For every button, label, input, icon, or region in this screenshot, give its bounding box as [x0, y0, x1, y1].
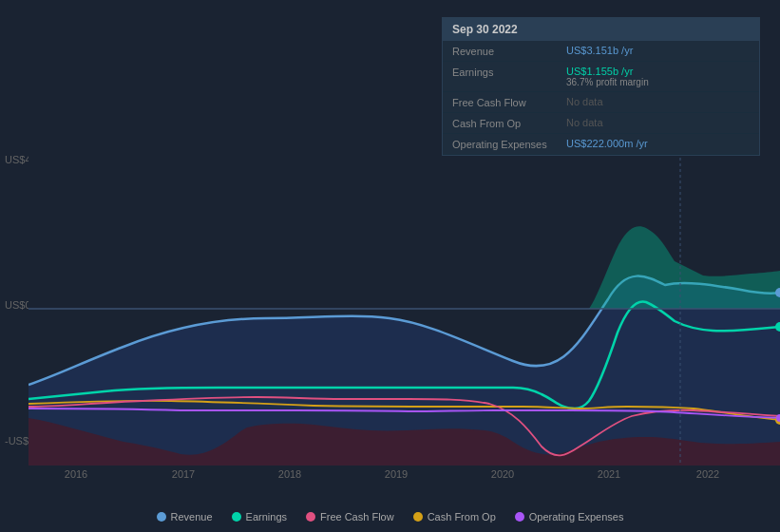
tooltip-row-fcf: Free Cash Flow No data [443, 92, 759, 113]
legend-item-earnings[interactable]: Earnings [232, 511, 287, 522]
legend-label-revenue: Revenue [171, 511, 213, 522]
profit-margin-text: 36.7% profit margin [566, 77, 750, 87]
tooltip-label-opex: Operating Expenses [452, 138, 566, 150]
tooltip-value-earnings: US$1.155b /yr 36.7% profit margin [566, 66, 750, 87]
legend-dot-earnings [232, 512, 241, 522]
legend-dot-opex [515, 512, 524, 522]
legend-dot-revenue [157, 512, 166, 522]
x-label-2020: 2020 [491, 468, 514, 480]
legend: Revenue Earnings Free Cash Flow Cash Fro… [0, 511, 780, 522]
legend-label-earnings: Earnings [246, 511, 287, 522]
legend-item-opex[interactable]: Operating Expenses [515, 511, 624, 522]
x-label-2022: 2022 [696, 468, 719, 480]
x-label-2018: 2018 [278, 468, 301, 480]
tooltip-row-earnings: Earnings US$1.155b /yr 36.7% profit marg… [443, 62, 759, 92]
legend-label-opex: Operating Expenses [529, 511, 624, 522]
x-label-2017: 2017 [172, 468, 195, 480]
y-label-zero: US$0 [5, 299, 31, 311]
legend-item-fcf[interactable]: Free Cash Flow [306, 511, 394, 522]
tooltip-row-opex: Operating Expenses US$222.000m /yr [443, 134, 759, 155]
tooltip-panel: Sep 30 2022 Revenue US$3.151b /yr Earnin… [442, 17, 760, 156]
tooltip-label-earnings: Earnings [452, 66, 566, 78]
chart-svg [29, 152, 780, 466]
tooltip-value-cfo: No data [566, 117, 750, 128]
tooltip-label-revenue: Revenue [452, 45, 566, 57]
tooltip-label-cfo: Cash From Op [452, 117, 566, 129]
tooltip-row-cfo: Cash From Op No data [443, 113, 759, 134]
legend-dot-fcf [306, 512, 315, 522]
legend-label-fcf: Free Cash Flow [320, 511, 394, 522]
legend-label-cfo: Cash From Op [428, 511, 496, 522]
tooltip-value-fcf: No data [566, 96, 750, 107]
tooltip-title: Sep 30 2022 [443, 18, 759, 41]
chart-container: Sep 30 2022 Revenue US$3.151b /yr Earnin… [0, 0, 780, 532]
legend-dot-cfo [413, 512, 423, 522]
tooltip-label-fcf: Free Cash Flow [452, 96, 566, 108]
x-label-2016: 2016 [65, 468, 87, 480]
x-label-2019: 2019 [385, 468, 408, 480]
x-label-2021: 2021 [598, 468, 620, 480]
tooltip-row-revenue: Revenue US$3.151b /yr [443, 41, 759, 62]
tooltip-value-opex: US$222.000m /yr [566, 138, 750, 149]
legend-item-revenue[interactable]: Revenue [157, 511, 213, 522]
legend-item-cfo[interactable]: Cash From Op [413, 511, 496, 522]
tooltip-value-revenue: US$3.151b /yr [566, 45, 750, 56]
